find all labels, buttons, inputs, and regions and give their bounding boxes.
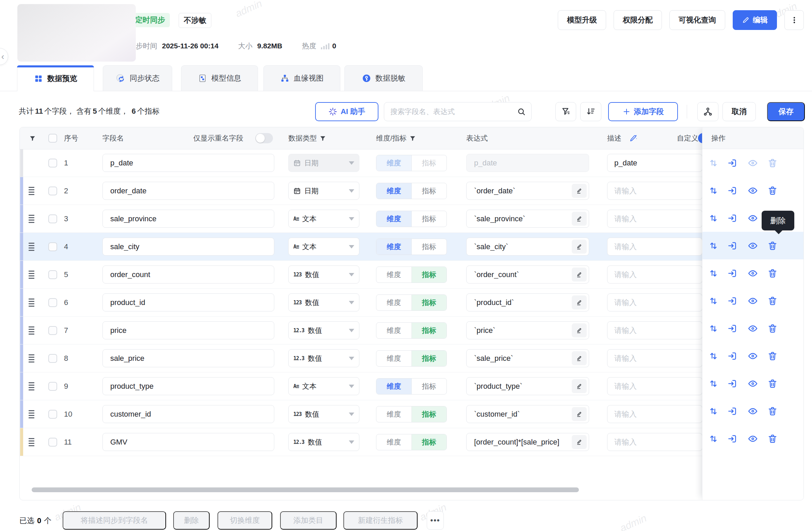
reorder-icon[interactable]	[708, 268, 719, 279]
ai-describe-icon[interactable]	[629, 134, 638, 143]
role-metric-option[interactable]: 指标	[411, 406, 447, 422]
drag-handle-icon[interactable]	[29, 438, 34, 446]
preview-icon[interactable]	[747, 433, 758, 444]
role-dimension-option[interactable]: 维度	[376, 183, 411, 199]
field-name-input[interactable]: sale_province	[102, 210, 274, 228]
reorder-icon[interactable]	[708, 433, 719, 444]
search-input[interactable]	[390, 107, 513, 116]
description-input[interactable]: 请输入	[607, 182, 702, 200]
role-metric-option[interactable]: 指标	[411, 350, 447, 366]
role-dimension-option[interactable]: 维度	[376, 267, 411, 283]
field-name-input[interactable]: product_type	[102, 377, 274, 395]
tab-模型信息[interactable]: 模型信息	[181, 66, 258, 91]
data-type-select[interactable]: 12.3数值	[288, 433, 359, 451]
row-checkbox[interactable]	[48, 242, 57, 251]
field-name-input[interactable]: product_id	[102, 293, 274, 312]
role-metric-option[interactable]: 指标	[411, 183, 447, 199]
expression-field[interactable]: `order_count`	[466, 266, 589, 284]
expression-field[interactable]: `customer_id`	[466, 405, 589, 423]
data-type-select[interactable]: 12.3数值	[288, 321, 359, 339]
drag-handle-icon[interactable]	[29, 354, 34, 362]
description-input[interactable]: 请输入	[607, 405, 702, 423]
description-input[interactable]: p_date	[607, 154, 702, 172]
edit-expression-button[interactable]	[572, 296, 587, 310]
role-metric-option[interactable]: 指标	[411, 434, 447, 450]
data-type-select[interactable]: A≡文本	[288, 238, 359, 256]
drag-handle-icon[interactable]	[29, 299, 34, 307]
reorder-icon[interactable]	[708, 296, 719, 306]
row-checkbox[interactable]	[48, 382, 57, 391]
reorder-icon[interactable]	[708, 185, 719, 196]
visual-query-button[interactable]: 可视化查询	[669, 10, 725, 30]
description-input[interactable]: 请输入	[607, 349, 702, 367]
reorder-icon[interactable]	[708, 378, 719, 389]
role-dimension-option[interactable]: 维度	[376, 350, 411, 366]
bulk-more-button[interactable]: •••	[427, 511, 444, 530]
preview-icon[interactable]	[747, 350, 758, 361]
role-filter-icon[interactable]	[409, 135, 416, 142]
field-name-input[interactable]: customer_id	[102, 405, 274, 423]
add-field-button[interactable]: 添加字段	[608, 102, 678, 121]
data-type-select[interactable]: 123数值	[288, 266, 359, 284]
edit-expression-button[interactable]	[572, 268, 587, 282]
delete-icon[interactable]	[767, 378, 778, 389]
role-metric-option[interactable]: 指标	[411, 211, 447, 227]
role-dimension-option[interactable]: 维度	[376, 406, 411, 422]
move-into-icon[interactable]	[727, 213, 738, 224]
cancel-button[interactable]: 取消	[723, 102, 756, 121]
description-input[interactable]: 请输入	[607, 238, 702, 256]
expression-field[interactable]: [order_count]*[sale_price]	[466, 433, 589, 451]
row-checkbox[interactable]	[48, 438, 57, 447]
drag-handle-icon[interactable]	[29, 187, 34, 195]
field-name-input[interactable]: sale_price	[102, 349, 274, 367]
tab-数据预览[interactable]: 数据预览	[17, 66, 94, 91]
preview-icon[interactable]	[747, 240, 758, 251]
edit-expression-button[interactable]	[572, 379, 587, 393]
delete-icon[interactable]	[767, 406, 778, 417]
row-checkbox[interactable]	[48, 159, 57, 168]
delete-icon[interactable]	[767, 185, 778, 196]
description-input[interactable]: 请输入	[607, 266, 702, 284]
delete-icon[interactable]	[767, 296, 778, 306]
move-into-icon[interactable]	[727, 268, 738, 279]
role-dimension-option[interactable]: 维度	[376, 211, 411, 227]
expression-field[interactable]: `product_type`	[466, 377, 589, 395]
role-dimension-option[interactable]: 维度	[376, 323, 411, 338]
move-into-icon[interactable]	[727, 350, 738, 361]
delete-icon[interactable]	[767, 350, 778, 361]
row-checkbox[interactable]	[48, 326, 57, 335]
description-input[interactable]: 请输入	[607, 293, 702, 312]
description-input[interactable]: 请输入	[607, 321, 702, 339]
row-checkbox[interactable]	[48, 298, 57, 307]
move-into-icon[interactable]	[727, 433, 738, 444]
move-into-icon[interactable]	[727, 158, 738, 169]
role-dimension-option[interactable]: 维度	[376, 434, 411, 450]
dup-only-toggle[interactable]	[255, 133, 273, 143]
role-metric-option[interactable]: 指标	[411, 239, 447, 255]
edit-expression-button[interactable]	[572, 435, 587, 449]
row-checkbox[interactable]	[48, 410, 57, 419]
expression-field[interactable]: `product_id`	[466, 293, 589, 312]
field-name-input[interactable]: order_date	[102, 182, 274, 200]
expression-field[interactable]: `order_date`	[466, 182, 589, 200]
drag-handle-icon[interactable]	[29, 215, 34, 223]
data-type-select[interactable]: 123数值	[288, 405, 359, 423]
row-checkbox[interactable]	[48, 214, 57, 223]
data-type-select[interactable]: 日期	[288, 182, 359, 200]
edit-expression-button[interactable]	[572, 184, 587, 198]
move-into-icon[interactable]	[727, 185, 738, 196]
more-actions-button[interactable]	[784, 10, 804, 30]
edit-button[interactable]: 编辑	[733, 10, 777, 30]
field-name-input[interactable]: p_date	[102, 154, 274, 172]
sort-button[interactable]	[580, 102, 601, 121]
reorder-icon[interactable]	[708, 406, 719, 417]
field-name-input[interactable]: GMV	[102, 433, 274, 451]
select-all-checkbox[interactable]	[48, 134, 57, 143]
preview-icon[interactable]	[747, 268, 758, 279]
row-checkbox[interactable]	[48, 270, 57, 279]
preview-icon[interactable]	[747, 296, 758, 306]
expression-field[interactable]: `price`	[466, 321, 589, 339]
delete-icon[interactable]	[767, 268, 778, 279]
role-dimension-option[interactable]: 维度	[376, 295, 411, 311]
data-type-select[interactable]: 12.3数值	[288, 349, 359, 367]
